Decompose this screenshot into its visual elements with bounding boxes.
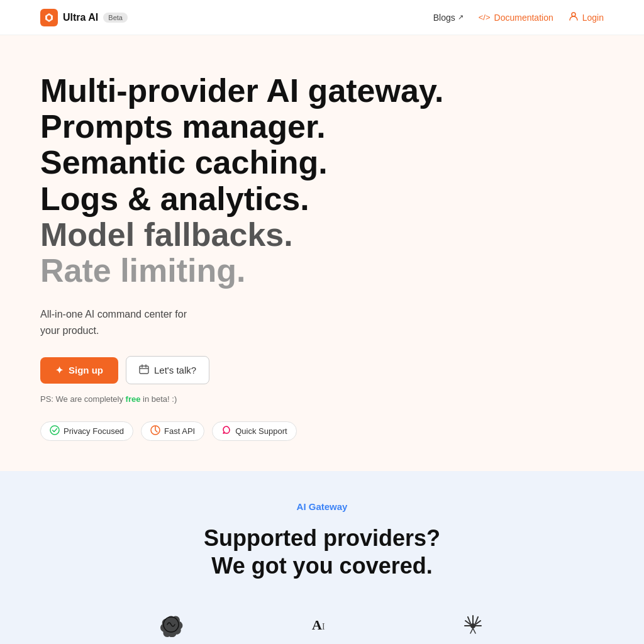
sparkle-icon: ✦ xyxy=(55,365,64,376)
svg-line-20 xyxy=(470,628,473,633)
providers-section: AI Gateway Supported providers? We got y… xyxy=(0,471,644,644)
svg-point-19 xyxy=(470,623,475,628)
docs-link[interactable]: </> Documentation xyxy=(479,13,553,23)
privacy-icon xyxy=(50,425,60,437)
fastapi-icon xyxy=(150,425,160,437)
nav-links: Blogs ↗ </> Documentation Login xyxy=(433,11,604,23)
support-icon xyxy=(221,425,231,437)
provider-anthropic: A I Anthropic xyxy=(253,609,391,644)
navbar: Ultra AI Beta Blogs ↗ </> Documentation … xyxy=(0,0,644,35)
hero-title: Multi-provider AI gateway. Prompts manag… xyxy=(40,73,604,289)
anthropic-logo: A I xyxy=(307,609,337,640)
logo-area: Ultra AI Beta xyxy=(40,9,128,26)
arrow-icon: ↗ xyxy=(458,13,464,21)
signup-button[interactable]: ✦ Sign up xyxy=(40,357,118,384)
provider-fireworks: Fireworks xyxy=(404,609,542,644)
svg-line-21 xyxy=(473,628,475,633)
fireworks-logo xyxy=(458,609,488,640)
support-label: Quick Support xyxy=(235,426,287,436)
hero-section: Multi-provider AI gateway. Prompts manag… xyxy=(0,35,644,471)
privacy-label: Privacy Focused xyxy=(64,426,124,436)
section-title: Supported providers? We got you covered. xyxy=(40,525,604,579)
providers-grid: Open AI A I Anthropic xyxy=(102,609,542,644)
hero-subtitle: All-in-one AI command center for your pr… xyxy=(40,306,604,338)
section-tag: AI Gateway xyxy=(40,501,604,512)
fastapi-label: Fast API xyxy=(164,426,195,436)
calendar-icon xyxy=(139,364,149,376)
hero-ps: PS: We are completely free in beta! :) xyxy=(40,394,604,404)
logo-icon xyxy=(40,9,58,26)
svg-text:A: A xyxy=(312,617,322,633)
hero-buttons: ✦ Sign up Let's talk? xyxy=(40,356,604,384)
svg-point-7 xyxy=(50,426,59,435)
fast-api-badge: Fast API xyxy=(141,421,204,441)
svg-rect-3 xyxy=(140,366,148,374)
login-link[interactable]: Login xyxy=(569,11,604,23)
svg-point-2 xyxy=(572,13,575,16)
beta-badge: Beta xyxy=(103,13,128,23)
svg-text:I: I xyxy=(322,622,325,631)
hero-badges: Privacy Focused Fast API Quick Support xyxy=(40,421,604,441)
blogs-link[interactable]: Blogs ↗ xyxy=(433,13,464,23)
logo-text: Ultra AI xyxy=(63,12,98,23)
privacy-badge: Privacy Focused xyxy=(40,421,133,441)
openai-logo xyxy=(156,609,186,640)
letstalk-button[interactable]: Let's talk? xyxy=(126,356,209,384)
code-icon: </> xyxy=(479,13,491,22)
support-badge: Quick Support xyxy=(212,421,296,441)
person-icon xyxy=(569,11,579,23)
provider-openai: Open AI xyxy=(102,609,240,644)
